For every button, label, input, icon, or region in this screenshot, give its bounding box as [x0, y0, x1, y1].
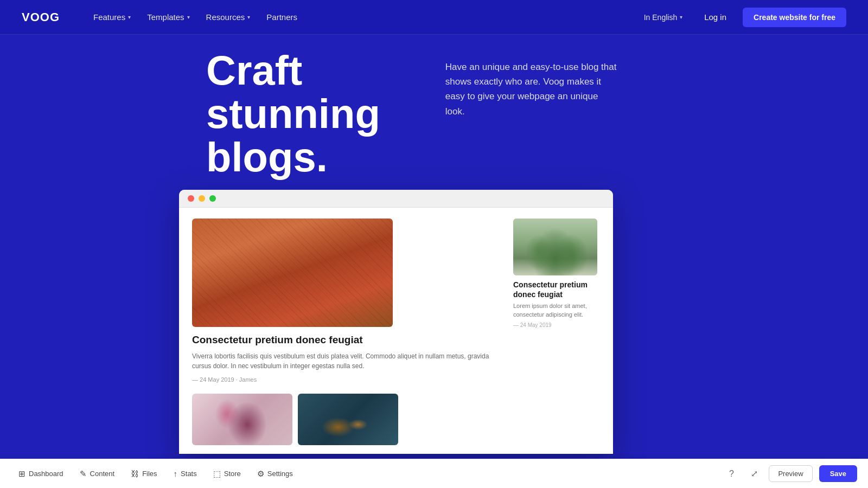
- browser-dot-green: [209, 195, 216, 202]
- blog-main-body: Viverra lobortis facilisis quis vestibul…: [192, 351, 502, 371]
- login-button[interactable]: Log in: [697, 9, 734, 25]
- content-icon: ✎: [80, 469, 87, 479]
- browser-dot-yellow: [199, 195, 205, 202]
- blog-main-row: Consectetur pretium donec feugiat Viverr…: [192, 219, 600, 383]
- chevron-down-icon: ▾: [680, 14, 682, 20]
- toolbar-store[interactable]: ⬚ Store: [206, 466, 248, 482]
- blog-side-meta: — 24 May 2019: [513, 322, 600, 328]
- chevron-down-icon: ▾: [247, 14, 250, 20]
- blog-main-meta: — 24 May 2019 · James: [192, 376, 502, 383]
- nav-templates[interactable]: Templates ▾: [141, 9, 196, 25]
- chevron-down-icon: ▾: [128, 14, 131, 20]
- nav-right: In English ▾ Log in Create website for f…: [639, 8, 846, 27]
- blog-side-title: Consectetur pretiumdonec feugiat: [513, 280, 600, 299]
- expand-icon[interactable]: ⤢: [746, 466, 762, 482]
- chevron-down-icon: ▾: [187, 14, 190, 20]
- files-icon: ⛓: [131, 469, 139, 478]
- toolbar-stats[interactable]: ↑ Stats: [166, 466, 205, 481]
- nav-arrows: → ←: [607, 246, 613, 284]
- blog-thumbs: [192, 394, 600, 454]
- blog-main: Consectetur pretium donec feugiat Viverr…: [192, 219, 502, 383]
- blog-side-image: [513, 219, 597, 275]
- blog-side-body: Lorem ipsum dolor sit amet,consectetur a…: [513, 302, 600, 319]
- toolbar-settings[interactable]: ⚙ Settings: [250, 466, 301, 482]
- nav-partners[interactable]: Partners: [260, 9, 304, 25]
- toolbar-right: ? ⤢ Preview Save: [723, 465, 857, 482]
- blog-main-text: Consectetur pretium donec feugiat Viverr…: [192, 327, 502, 383]
- nav-links: Features ▾ Templates ▾ Resources ▾ Partn…: [87, 9, 639, 25]
- blog-main-title: Consectetur pretium donec feugiat: [192, 333, 502, 347]
- next-arrow[interactable]: →: [607, 246, 613, 263]
- bottom-toolbar: ⊞ Dashboard ✎ Content ⛓ Files ↑ Stats ⬚ …: [0, 459, 868, 488]
- language-selector[interactable]: In English ▾: [639, 10, 688, 25]
- browser-mockup: Consectetur pretium donec feugiat Viverr…: [179, 190, 613, 454]
- nav-features[interactable]: Features ▾: [87, 9, 137, 25]
- toolbar-dashboard[interactable]: ⊞ Dashboard: [11, 466, 71, 482]
- navbar: VOOG Features ▾ Templates ▾ Resources ▾ …: [0, 0, 868, 35]
- thumbnail-1: [192, 394, 292, 445]
- help-icon[interactable]: ?: [723, 466, 739, 482]
- logo: VOOG: [22, 10, 60, 24]
- toolbar-content[interactable]: ✎ Content: [72, 466, 123, 482]
- store-icon: ⬚: [213, 469, 221, 479]
- toolbar-files[interactable]: ⛓ Files: [123, 466, 164, 481]
- nav-resources[interactable]: Resources ▾: [200, 9, 257, 25]
- settings-icon: ⚙: [257, 469, 264, 479]
- stats-icon: ↑: [174, 469, 178, 478]
- browser-bar: [179, 190, 613, 208]
- browser-content: Consectetur pretium donec feugiat Viverr…: [179, 208, 613, 454]
- prev-arrow[interactable]: ←: [607, 266, 613, 284]
- browser-window: Consectetur pretium donec feugiat Viverr…: [179, 190, 613, 454]
- create-button[interactable]: Create website for free: [743, 8, 846, 27]
- preview-button[interactable]: Preview: [769, 465, 812, 482]
- hero-title: Craftstunningblogs.: [206, 49, 380, 178]
- toolbar-left: ⊞ Dashboard ✎ Content ⛓ Files ↑ Stats ⬚ …: [11, 466, 723, 482]
- thumbnail-2: [298, 394, 398, 445]
- save-button[interactable]: Save: [819, 465, 857, 482]
- blog-side-content: Consectetur pretiumdonec feugiat Lorem i…: [513, 275, 600, 328]
- hero-description: Have an unique and easy-to-use blog that…: [445, 49, 619, 119]
- dashboard-icon: ⊞: [18, 469, 25, 479]
- browser-dot-red: [188, 195, 194, 202]
- blog-side: Consectetur pretiumdonec feugiat Lorem i…: [513, 219, 600, 383]
- blog-main-image: [192, 219, 393, 327]
